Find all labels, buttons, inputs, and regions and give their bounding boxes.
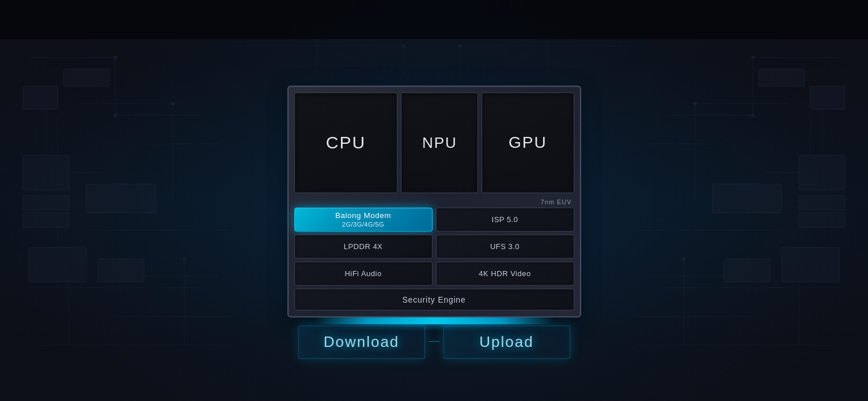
video-cell: 4K HDR Video xyxy=(436,261,574,285)
hifi-cell: HiFi Audio xyxy=(294,261,433,285)
download-box: Download xyxy=(293,324,430,360)
download-upload-row: Download — Upload xyxy=(293,324,575,360)
security-row: Security Engine xyxy=(294,288,574,310)
security-label: Security Engine xyxy=(402,295,465,304)
euv-label: 7nm EUV xyxy=(294,196,574,207)
lpddr-cell: LPDDR 4X xyxy=(294,234,433,258)
npu-label: NPU xyxy=(422,133,457,151)
upload-inner: Upload xyxy=(444,325,570,358)
upload-label: Upload xyxy=(479,333,533,351)
chip-board: CPU NPU GPU 7nm EUV Balong Modem 2G/3G/4… xyxy=(287,85,581,317)
chip-wrapper: CPU NPU GPU 7nm EUV Balong Modem 2G/3G/4… xyxy=(287,85,581,360)
modem-content: Balong Modem 2G/3G/4G/5G xyxy=(335,210,391,228)
security-cell: Security Engine xyxy=(294,288,574,310)
hifi-label: HiFi Audio xyxy=(344,269,381,278)
cpu-cell: CPU xyxy=(294,92,398,193)
grid-row-2: LPDDR 4X UFS 3.0 xyxy=(294,234,574,258)
isp-cell: ISP 5.0 xyxy=(436,207,574,231)
modem-sub: 2G/3G/4G/5G xyxy=(342,220,384,228)
grid-row-1: Balong Modem 2G/3G/4G/5G ISP 5.0 xyxy=(294,207,574,231)
gpu-cell: GPU xyxy=(482,92,574,193)
bottom-grid: Balong Modem 2G/3G/4G/5G ISP 5.0 LPDDR 4… xyxy=(294,207,574,310)
top-row: CPU NPU GPU xyxy=(294,92,574,193)
upload-box: Upload xyxy=(438,324,575,360)
modem-cell: Balong Modem 2G/3G/4G/5G xyxy=(294,207,433,231)
cpu-label: CPU xyxy=(326,133,366,152)
connector-glow xyxy=(302,317,567,324)
modem-name: Balong Modem xyxy=(335,210,391,220)
npu-cell: NPU xyxy=(401,92,478,193)
download-label: Download xyxy=(324,333,400,351)
download-inner: Download xyxy=(298,325,425,358)
video-label: 4K HDR Video xyxy=(479,269,530,278)
ufs-label: UFS 3.0 xyxy=(490,242,520,251)
gpu-label: GPU xyxy=(509,133,547,152)
connector-strip xyxy=(293,317,575,324)
separator: — xyxy=(430,324,438,357)
ufs-cell: UFS 3.0 xyxy=(436,234,574,258)
lpddr-label: LPDDR 4X xyxy=(344,242,383,251)
isp-label: ISP 5.0 xyxy=(492,215,518,224)
top-bar xyxy=(0,0,868,39)
grid-row-3: HiFi Audio 4K HDR Video xyxy=(294,261,574,285)
